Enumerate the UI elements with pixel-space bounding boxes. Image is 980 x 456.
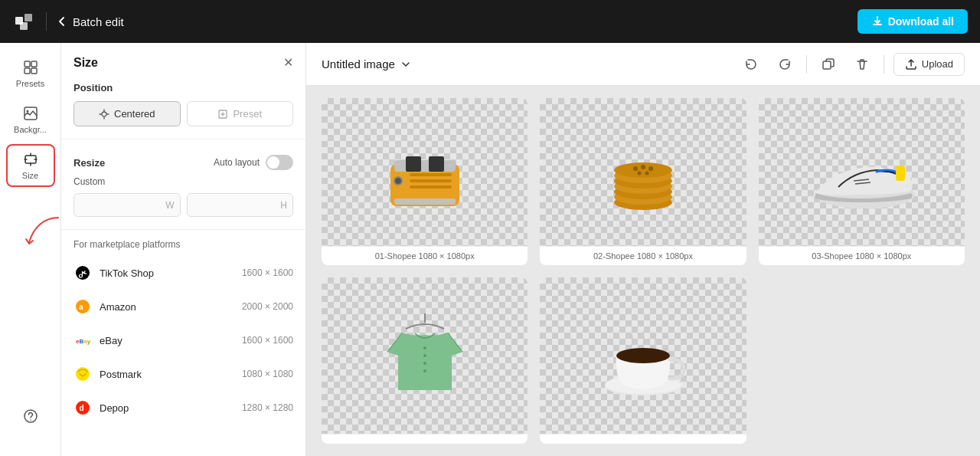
sidebar-item-help[interactable]	[6, 395, 55, 438]
svg-rect-4	[31, 61, 37, 67]
project-name-button[interactable]: Untitled image	[322, 57, 412, 71]
image-card-4[interactable]	[322, 277, 528, 445]
panel-header: Size ✕	[61, 43, 305, 76]
svg-point-49	[423, 354, 426, 357]
coffee-svg	[593, 310, 693, 402]
svg-rect-27	[394, 198, 456, 205]
position-label: Position	[74, 82, 293, 93]
svg-point-48	[423, 346, 426, 349]
svg-point-54	[616, 348, 670, 363]
project-name-label: Untitled image	[322, 57, 395, 71]
sidebar-item-size[interactable]: Size	[6, 144, 55, 187]
image-thumb-5	[540, 277, 746, 435]
svg-rect-26	[429, 156, 444, 172]
content-toolbar: Untitled image	[306, 43, 980, 86]
image-thumb-1	[322, 98, 528, 246]
svg-rect-22	[823, 61, 831, 69]
svg-point-43	[637, 172, 641, 176]
preset-label: Preset	[233, 108, 262, 120]
svg-rect-6	[31, 68, 37, 74]
back-button[interactable]: Batch edit	[56, 15, 124, 28]
panel-close-button[interactable]: ✕	[283, 55, 293, 70]
auto-layout-row: Auto layout	[214, 155, 293, 170]
postmark-icon	[74, 365, 92, 383]
depop-icon: d	[74, 399, 92, 417]
topbar: Batch edit Download all	[0, 0, 980, 43]
auto-layout-text: Auto layout	[214, 157, 260, 168]
resize-label: Resize	[74, 157, 105, 169]
preset-button[interactable]: Preset	[187, 101, 294, 126]
image-thumb-2	[540, 98, 746, 246]
sidebar-background-label: Backgr...	[14, 125, 47, 134]
sneaker-svg	[800, 126, 923, 218]
sidebar-panel-container: Presets Backgr... Size	[0, 43, 306, 456]
svg-rect-1	[24, 14, 32, 21]
svg-rect-2	[20, 22, 28, 30]
marketplace-tiktok[interactable]: TikTok Shop 1600 × 1600	[61, 256, 305, 290]
svg-point-50	[423, 362, 426, 365]
svg-text:eBay: eBay	[76, 338, 90, 345]
upload-label: Upload	[922, 58, 953, 70]
height-input-wrap: H	[187, 193, 294, 217]
image-grid: 01-Shopee 1080 × 1080px	[306, 86, 980, 456]
image-label-5	[540, 434, 746, 444]
main-layout: Presets Backgr... Size	[0, 43, 980, 456]
width-input-wrap: W	[74, 193, 181, 217]
sidebar-item-presets[interactable]: Presets	[6, 52, 55, 95]
marketplace-postmark-left: Postmark	[74, 365, 142, 383]
image-card-5[interactable]	[540, 277, 746, 445]
download-all-button[interactable]: Download all	[858, 9, 968, 34]
toaster-svg	[371, 126, 479, 218]
marketplace-depop[interactable]: d Depop 1280 × 1280	[61, 391, 305, 425]
toolbar-divider	[806, 55, 807, 74]
svg-point-51	[423, 369, 426, 372]
image-card-1[interactable]: 01-Shopee 1080 × 1080px	[322, 98, 528, 265]
image-thumb-4	[322, 277, 528, 435]
resize-header: Resize Auto layout	[61, 146, 305, 173]
wh-inputs: W H	[61, 190, 305, 223]
image-label-1: 01-Shopee 1080 × 1080px	[322, 246, 528, 265]
image-thumb-3	[759, 98, 965, 246]
marketplace-label: For marketplace platforms	[61, 236, 305, 256]
ebay-icon: eBay	[74, 331, 92, 349]
upload-button[interactable]: Upload	[893, 53, 965, 76]
panel-title: Size	[74, 56, 98, 70]
ebay-name: eBay	[100, 335, 122, 346]
image-card-3[interactable]: 03-Shopee 1080 × 1080px	[759, 98, 965, 265]
duplicate-button[interactable]	[816, 52, 841, 77]
marketplace-depop-left: d Depop	[74, 399, 129, 417]
content-area: Untitled image	[306, 43, 980, 456]
svg-text:d: d	[80, 404, 84, 412]
depop-size: 1280 × 1280	[242, 402, 293, 413]
width-input[interactable]	[74, 193, 181, 217]
marketplace-ebay[interactable]: eBay eBay 1600 × 1600	[61, 323, 305, 357]
svg-point-41	[641, 165, 645, 169]
height-input[interactable]	[187, 193, 294, 217]
centered-label: Centered	[114, 108, 155, 120]
svg-rect-31	[410, 179, 452, 182]
svg-rect-3	[24, 61, 30, 67]
redo-button[interactable]	[773, 52, 797, 77]
svg-rect-30	[410, 173, 452, 176]
centered-button[interactable]: Centered	[74, 101, 181, 126]
custom-label: Custom	[61, 173, 305, 190]
marketplace-postmark[interactable]: Postmark 1080 × 1080	[61, 357, 305, 391]
svg-point-44	[645, 172, 648, 176]
marketplace-amazon[interactable]: a Amazon 2000 × 2000	[61, 290, 305, 323]
svg-rect-32	[410, 185, 452, 189]
size-panel: Size ✕ Position Centered	[61, 43, 306, 456]
image-card-2[interactable]: 02-Shopee 1080 × 1080px	[540, 98, 746, 265]
undo-button[interactable]	[739, 52, 763, 77]
svg-point-29	[395, 178, 401, 184]
delete-button[interactable]	[850, 52, 874, 77]
svg-rect-5	[24, 68, 30, 74]
auto-layout-toggle[interactable]	[266, 155, 293, 170]
amazon-icon: a	[74, 297, 92, 316]
position-section: Position Centered Pres	[61, 76, 305, 133]
sidebar-item-background[interactable]: Backgr...	[6, 98, 55, 141]
amazon-size: 2000 × 2000	[242, 301, 293, 312]
toolbar-divider-2	[884, 55, 884, 74]
shirt-svg	[375, 306, 475, 405]
image-label-2: 02-Shopee 1080 × 1080px	[540, 246, 746, 265]
icon-sidebar: Presets Backgr... Size	[0, 43, 61, 456]
